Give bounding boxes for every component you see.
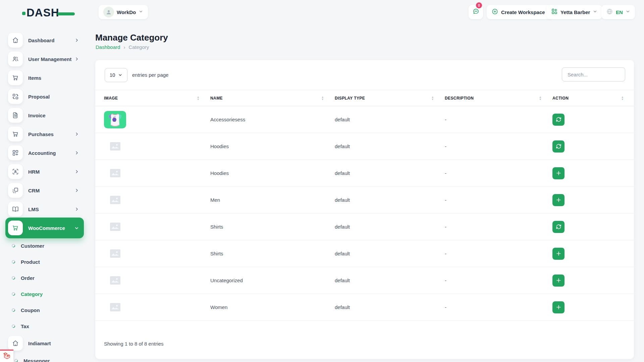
sidebar-item-label: WooCommerce: [28, 225, 74, 231]
sort-arrows-icon: ▲▼: [621, 96, 624, 101]
sidebar-item-lms[interactable]: LMS: [5, 200, 84, 219]
sort-arrows-icon: ▲▼: [539, 96, 542, 101]
sidebar-item-label: LMS: [28, 206, 74, 212]
add-button[interactable]: [552, 275, 565, 287]
entries-per-page-select[interactable]: 10: [105, 68, 127, 82]
user-menu[interactable]: Yetta Barber: [546, 5, 602, 19]
chevron-down-icon: [139, 9, 143, 15]
action-cell: [549, 214, 634, 240]
description-cell: -: [441, 160, 549, 187]
plus-icon: [556, 278, 561, 283]
image-placeholder-icon: [104, 223, 126, 231]
sidebar-item-indiamart[interactable]: Indiamart: [5, 334, 84, 353]
sidebar-subitem-category[interactable]: Category: [5, 286, 84, 302]
display-type-cell: default: [331, 240, 441, 267]
search-input[interactable]: [562, 67, 625, 81]
name-cell: Hoodies: [207, 133, 331, 160]
sidebar-subitem-coupon[interactable]: Coupon: [5, 302, 84, 318]
description-cell: -: [441, 214, 549, 240]
logo-text: DASH: [26, 6, 59, 19]
bullet-icon: [11, 324, 15, 328]
refresh-button[interactable]: [552, 140, 565, 153]
bullet-icon: [11, 260, 15, 264]
sidebar-item-purchases[interactable]: Purchases: [5, 125, 84, 143]
description-cell: -: [441, 133, 549, 160]
sidebar-item-messenger[interactable]: Messenger: [5, 351, 84, 362]
table-controls: 10 entries per page: [95, 60, 634, 90]
table-row: Womendefault-: [95, 294, 634, 321]
add-button[interactable]: [552, 194, 565, 206]
sidebar-item-hrm[interactable]: HRM: [5, 162, 84, 181]
logo-dash-bar: [57, 12, 75, 15]
sidebar-item-label: Accounting: [28, 150, 74, 156]
app-logo[interactable]: DASH: [22, 5, 75, 20]
sidebar-subitem-label: Order: [21, 275, 35, 281]
column-header-action[interactable]: ACTION▲▼: [549, 90, 634, 106]
messages-badge: 0: [476, 2, 482, 8]
bullet-icon: [11, 292, 15, 296]
chevron-right-icon: [74, 150, 79, 155]
add-button[interactable]: [552, 248, 565, 260]
table-row: Accessoriesessdefault-: [95, 106, 634, 133]
column-header-image[interactable]: IMAGE▲▼: [95, 90, 207, 106]
breadcrumb-dashboard-link[interactable]: Dashboard: [96, 44, 120, 50]
sidebar-item-woocommerce[interactable]: WooCommerce: [5, 218, 84, 238]
sidebar-subitem-label: Customer: [21, 243, 44, 249]
chat-bubble-icon: [472, 8, 480, 16]
name-cell: Men: [207, 187, 331, 214]
column-header-display-type[interactable]: DISPLAY TYPE▲▼: [331, 90, 441, 106]
display-type-cell: default: [331, 160, 441, 187]
display-type-cell: default: [331, 267, 441, 294]
sidebar-item-user-management[interactable]: User Management: [5, 50, 84, 68]
breadcrumb-current: Category: [128, 44, 149, 50]
sidebar-item-label: CRM: [28, 188, 74, 193]
category-image: [104, 111, 207, 128]
sidebar-item-invoice[interactable]: Invoice: [5, 106, 84, 125]
table-summary: Showing 1 to 8 of 8 entries: [104, 341, 164, 347]
column-header-label: NAME: [210, 96, 223, 101]
page-title: Manage Category: [95, 33, 168, 43]
sidebar-item-items[interactable]: Items: [5, 68, 84, 87]
sidebar-item-proposal[interactable]: Proposal: [5, 87, 84, 106]
plus-circle-icon: [491, 8, 498, 16]
laravel-debugbar-button[interactable]: [0, 350, 13, 362]
column-header-description[interactable]: DESCRIPTION▲▼: [441, 90, 549, 106]
sidebar-subitem-product[interactable]: Product: [5, 254, 84, 270]
display-type-cell: default: [331, 187, 441, 214]
sidebar-item-label: Items: [28, 75, 84, 81]
sidebar-item-label: Messenger: [23, 358, 84, 362]
sort-arrows-icon: ▲▼: [431, 96, 434, 101]
sidebar-item-crm[interactable]: CRM: [5, 181, 84, 200]
language-menu[interactable]: EN: [601, 5, 635, 19]
refresh-button[interactable]: [552, 221, 565, 233]
image-cell: [95, 106, 207, 133]
column-header-name[interactable]: NAME▲▼: [207, 90, 331, 106]
action-cell: [549, 160, 634, 187]
image-cell: [95, 187, 207, 214]
sidebar-item-label: Invoice: [28, 113, 84, 118]
chevron-right-icon: [74, 57, 79, 61]
sidebar-subitem-order[interactable]: Order: [5, 270, 84, 286]
book-icon: [8, 202, 23, 217]
refresh-button[interactable]: [552, 114, 565, 126]
sidebar-subitem-customer[interactable]: Customer: [5, 238, 84, 254]
workspace-switcher[interactable]: WorkDo: [99, 5, 148, 19]
refresh-icon: [556, 224, 561, 230]
add-button[interactable]: [552, 301, 565, 313]
sidebar-item-accounting[interactable]: Accounting: [5, 143, 84, 162]
image-placeholder-icon: [104, 249, 126, 258]
add-button[interactable]: [552, 167, 565, 179]
language-code: EN: [616, 9, 623, 15]
sidebar-subitem-tax[interactable]: Tax: [5, 318, 84, 334]
plus-icon: [556, 304, 561, 310]
image-cell: [95, 267, 207, 294]
category-table-card: 10 entries per page IMAGE▲▼NAME▲▼DISPLAY…: [95, 60, 634, 359]
create-workspace-button[interactable]: Create Workspace: [487, 5, 552, 19]
invoice-icon: [8, 108, 23, 123]
table-row: Uncategorizeddefault-: [95, 267, 634, 294]
sidebar-subitem-label: Product: [21, 259, 40, 265]
name-cell: Accessoriesess: [207, 106, 331, 133]
sidebar-item-label: User Management: [28, 56, 74, 62]
sidebar-item-label: HRM: [28, 169, 74, 175]
sidebar-item-dashboard[interactable]: Dashboard: [5, 31, 84, 50]
